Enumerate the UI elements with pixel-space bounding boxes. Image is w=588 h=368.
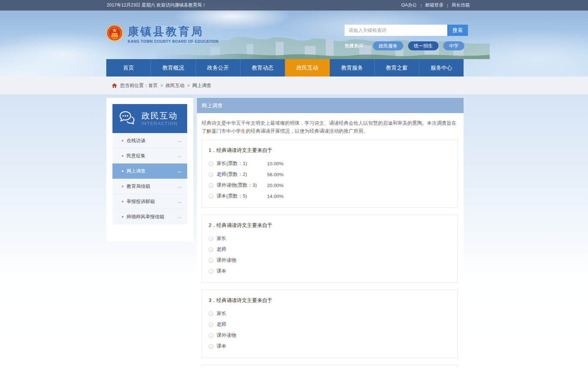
- survey-option: 课外读物: [209, 330, 451, 341]
- sidebar-item-label: 师德师风举报信箱: [127, 214, 176, 220]
- arrow-right-icon: →: [176, 198, 182, 205]
- survey-option: 课本: [209, 341, 451, 352]
- survey-question: 4．经典诵读诗文主要来自于家长: [202, 365, 458, 368]
- radio-button[interactable]: [209, 322, 213, 327]
- radio-button[interactable]: [209, 269, 213, 274]
- arrow-right-icon: →: [176, 168, 182, 174]
- radio-button[interactable]: [209, 236, 213, 241]
- national-emblem-logo: [106, 25, 123, 41]
- option-label: 家长: [217, 310, 226, 317]
- option-label: 家长: [217, 235, 226, 242]
- breadcrumb-separator: >: [160, 83, 163, 88]
- chat-bubbles-icon: [119, 111, 137, 127]
- sidebar-item[interactable]: 网上调查→: [112, 164, 187, 179]
- arrow-right-icon: →: [176, 153, 182, 159]
- option-label: 老师: [217, 321, 226, 328]
- breadcrumb-item[interactable]: 政民互动: [166, 82, 185, 89]
- sidebar-title: 政民互动: [141, 111, 178, 120]
- breadcrumb: 您当前位置： 首页>政民互动>网上调查: [112, 82, 211, 89]
- radio-button[interactable]: [209, 183, 213, 188]
- survey-option: 课本(票数：5)14.00%: [209, 191, 451, 202]
- radio-button[interactable]: [209, 194, 213, 199]
- breadcrumb-separator: >: [187, 83, 190, 88]
- radio-button[interactable]: [209, 258, 213, 263]
- option-label: 老师(票数：2): [217, 171, 267, 178]
- sidebar-item[interactable]: 在线访谈→: [112, 133, 187, 148]
- breadcrumb-item[interactable]: 首页: [148, 82, 158, 89]
- breadcrumb-item[interactable]: 网上调查: [192, 82, 211, 89]
- survey-option: 课外读物(票数：3)20.00%: [209, 180, 451, 191]
- site-title: 康镇县教育局: [128, 25, 218, 38]
- question-title: 2．经典诵读诗文主要来自于: [209, 222, 451, 229]
- search-button[interactable]: 搜索: [447, 25, 468, 36]
- sidebar-header: 政民互动 INTERACTION: [112, 104, 187, 133]
- sidebar-item[interactable]: 民意征集→: [112, 148, 187, 164]
- main-navigation: 首页教育概况政务公开教育动态政民互动教育服务教育之窗服务中心: [106, 59, 464, 77]
- panel-title: 网上调查: [197, 98, 464, 113]
- survey-option: 家长(票数：1)10.00%: [209, 158, 451, 169]
- main-panel: 网上调查 经典诗文是中华五千年文明史上最璀璨的明珠，学习诗文、诵读经典会给人以智…: [197, 98, 464, 368]
- option-label: 课本: [217, 268, 226, 274]
- hot-keywords: 政民服务统一招生中学: [368, 41, 464, 50]
- bullet-icon: [122, 216, 123, 218]
- hot-keyword-pill[interactable]: 政民服务: [373, 41, 403, 50]
- option-percent: 20.00%: [267, 183, 284, 188]
- sidebar-item[interactable]: 师德师风举报信箱→: [112, 209, 187, 224]
- sidebar-item[interactable]: 教育局信箱→: [112, 179, 187, 194]
- sidebar-item-label: 民意征集: [127, 153, 176, 159]
- question-title: 1．经典诵读诗文主要来自于: [209, 147, 451, 154]
- nav-item[interactable]: 服务中心: [419, 59, 464, 77]
- nav-item[interactable]: 首页: [106, 59, 151, 77]
- sidebar-item-label: 在线访谈: [127, 137, 176, 144]
- radio-button[interactable]: [209, 161, 213, 166]
- radio-button[interactable]: [209, 311, 213, 316]
- option-label: 课本(票数：5): [217, 193, 267, 199]
- radio-button[interactable]: [209, 172, 213, 177]
- survey-intro: 经典诗文是中华五千年文明史上最璀璨的明珠，学习诗文、诵读经典会给人以智慧的启迪和…: [197, 113, 464, 140]
- breadcrumb-bar: 您当前位置： 首页>政民互动>网上调查: [0, 77, 588, 95]
- site-subtitle: KANG TOWN COUNTY BOARD OF EDUCATION: [128, 39, 218, 44]
- option-label: 老师: [217, 246, 226, 253]
- radio-button[interactable]: [209, 333, 213, 338]
- nav-item[interactable]: 教育之窗: [375, 59, 419, 77]
- survey-option: 老师(票数：2)56.00%: [209, 169, 451, 180]
- search-area: 搜索 热搜热词： 政民服务统一招生中学: [345, 25, 468, 50]
- sidebar-item[interactable]: 举报投诉邮箱→: [112, 194, 187, 209]
- hot-keyword-pill[interactable]: 统一招生: [408, 41, 439, 50]
- survey-question: 3．经典诵读诗文主要来自于家长老师课外读物课本: [202, 290, 458, 358]
- option-label: 课本: [217, 343, 226, 350]
- bullet-icon: [122, 155, 123, 157]
- sidebar-subtitle: INTERACTION: [141, 121, 178, 126]
- survey-option: 老师: [209, 319, 451, 330]
- option-percent: 14.00%: [267, 194, 284, 199]
- arrow-right-icon: →: [176, 214, 182, 220]
- radio-button[interactable]: [209, 344, 213, 349]
- site-brand[interactable]: 康镇县教育局 KANG TOWN COUNTY BOARD OF EDUCATI…: [106, 25, 218, 50]
- sidebar-item-label: 网上调查: [127, 168, 176, 174]
- hot-search-label: 热搜热词：: [345, 43, 368, 49]
- nav-item[interactable]: 教育动态: [240, 59, 285, 77]
- survey-option: 课外读物: [209, 255, 451, 266]
- survey-question: 1．经典诵读诗文主要来自于家长(票数：1)10.00%老师(票数：2)56.00…: [202, 140, 458, 208]
- page-body: 政民互动 INTERACTION 在线访谈→民意征集→网上调查→教育局信箱→举报…: [0, 95, 588, 368]
- home-icon: [112, 83, 117, 88]
- survey-option: 课本: [209, 266, 451, 277]
- question-title: 3．经典诵读诗文主要来自于: [209, 297, 451, 304]
- hot-keyword-pill[interactable]: 中学: [443, 41, 464, 50]
- nav-item[interactable]: 教育服务: [330, 59, 374, 77]
- nav-item[interactable]: 政务公开: [196, 59, 240, 77]
- header-banner: 2017年12月23日 星期六 欢迎访问康镇县教育局！ OA办公|邮箱登录|局长…: [0, 0, 588, 77]
- option-percent: 56.00%: [267, 172, 284, 177]
- nav-item[interactable]: 政民互动: [285, 59, 330, 77]
- search-input[interactable]: [345, 25, 447, 36]
- survey-question: 2．经典诵读诗文主要来自于家长老师课外读物课本: [202, 215, 458, 283]
- option-label: 家长(票数：1): [217, 160, 267, 167]
- survey-questions: 1．经典诵读诗文主要来自于家长(票数：1)10.00%老师(票数：2)56.00…: [197, 140, 464, 368]
- arrow-right-icon: →: [176, 183, 182, 190]
- survey-option: 家长: [209, 233, 451, 244]
- option-label: 课外读物: [217, 332, 236, 339]
- sidebar-menu: 在线访谈→民意征集→网上调查→教育局信箱→举报投诉邮箱→师德师风举报信箱→: [112, 133, 187, 224]
- radio-button[interactable]: [209, 247, 213, 252]
- option-label: 课外读物(票数：3): [217, 182, 267, 189]
- nav-item[interactable]: 教育概况: [151, 59, 196, 77]
